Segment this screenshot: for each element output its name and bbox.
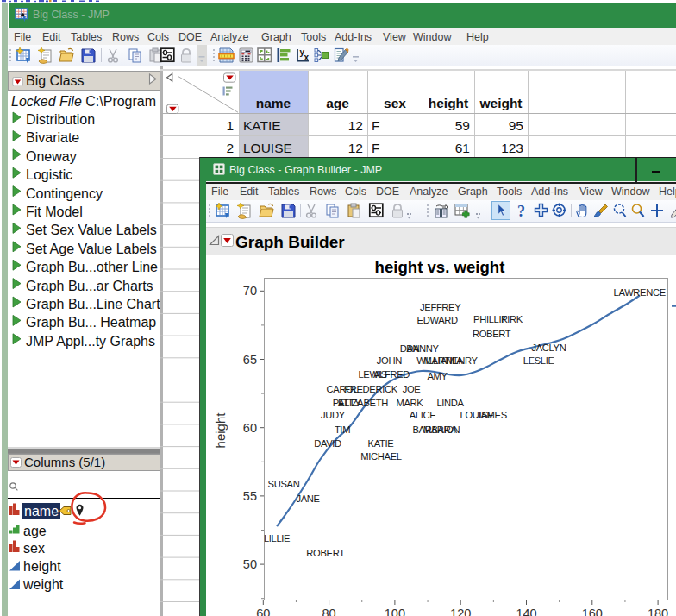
svg-text:MARION: MARION	[423, 424, 460, 435]
svg-text:123: 123	[501, 141, 523, 155]
svg-text:12: 12	[348, 141, 363, 155]
svg-text:55: 55	[243, 489, 257, 503]
svg-text:JUDY: JUDY	[321, 410, 346, 420]
svg-text:LINDA: LINDA	[436, 398, 464, 408]
svg-text:JOE: JOE	[403, 384, 421, 394]
svg-text:F: F	[372, 141, 379, 155]
svg-text:HENRY: HENRY	[445, 355, 478, 366]
svg-text:95: 95	[509, 118, 523, 133]
svg-text:160: 160	[582, 607, 603, 616]
svg-text:JACLYN: JACLYN	[531, 343, 566, 353]
svg-text:65: 65	[243, 353, 257, 367]
svg-text:JEFFREY: JEFFREY	[420, 302, 461, 312]
svg-text:MICHAEL: MICHAEL	[360, 451, 401, 462]
svg-text:MARK: MARK	[397, 398, 424, 408]
svg-text:?: ?	[517, 203, 525, 220]
svg-text:KATIE: KATIE	[243, 118, 281, 133]
svg-text:SUSAN: SUSAN	[268, 479, 300, 489]
svg-text:60: 60	[256, 607, 270, 616]
svg-text:60: 60	[243, 421, 257, 435]
svg-text:100: 100	[385, 607, 405, 616]
svg-text:140: 140	[516, 607, 536, 616]
svg-text:JOHN: JOHN	[377, 355, 402, 366]
svg-text:61: 61	[455, 141, 470, 155]
svg-text:LILLIE: LILLIE	[264, 533, 290, 544]
svg-text:ELIZABETH: ELIZABETH	[338, 398, 388, 408]
svg-text:TIM: TIM	[335, 424, 350, 435]
svg-text:age: age	[326, 96, 349, 110]
svg-text:ROBERT: ROBERT	[473, 329, 511, 339]
svg-text:59: 59	[455, 118, 470, 133]
svg-text:height: height	[429, 96, 469, 110]
svg-text:80: 80	[322, 607, 336, 616]
svg-text:name: name	[256, 96, 291, 110]
svg-text:weight: weight	[479, 96, 522, 110]
svg-text:DANNY: DANNY	[406, 343, 439, 354]
svg-text:x: x	[304, 53, 310, 62]
svg-text:ROBERT: ROBERT	[306, 548, 345, 558]
svg-text:sex: sex	[384, 96, 406, 110]
svg-text:ALICE: ALICE	[410, 410, 436, 420]
svg-text:2: 2	[226, 141, 234, 155]
svg-text:FREDERICK: FREDERICK	[344, 384, 397, 394]
svg-text:JANE: JANE	[296, 493, 319, 504]
svg-text:height vs. weight: height vs. weight	[375, 258, 505, 276]
svg-text:KATIE: KATIE	[368, 438, 394, 449]
svg-text:LOUISE: LOUISE	[243, 141, 292, 155]
svg-text:ALFRED: ALFRED	[373, 369, 410, 380]
svg-text:180: 180	[648, 607, 668, 616]
svg-text:LESLIE: LESLIE	[523, 355, 554, 366]
svg-text:70: 70	[243, 284, 257, 298]
svg-text:1: 1	[226, 118, 234, 133]
svg-text:F: F	[372, 118, 379, 133]
svg-text:EDWARD: EDWARD	[417, 315, 458, 325]
svg-text:height: height	[213, 412, 228, 449]
svg-text:KIRK: KIRK	[501, 314, 523, 324]
svg-text:12: 12	[348, 118, 363, 133]
svg-text:DAVID: DAVID	[314, 438, 341, 449]
svg-text:LAWRENCE: LAWRENCE	[614, 287, 666, 298]
svg-text:120: 120	[450, 607, 471, 616]
svg-text:AMY: AMY	[427, 371, 448, 381]
svg-text:JAMES: JAMES	[476, 410, 507, 420]
svg-text:50: 50	[243, 557, 257, 571]
